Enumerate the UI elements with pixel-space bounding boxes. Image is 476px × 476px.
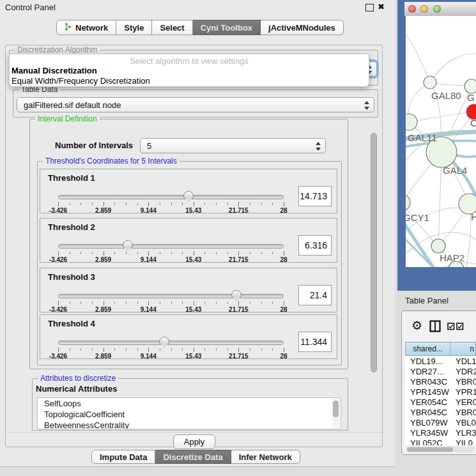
tab-select[interactable]: Select — [152, 20, 192, 35]
slider-track[interactable] — [58, 195, 284, 199]
tab-style[interactable]: Style — [116, 20, 152, 35]
table-cell[interactable]: YDL1 — [450, 356, 476, 366]
threshold-1-value-field[interactable]: 14.713 — [298, 186, 332, 206]
dropdown-item-equal-width-frequency[interactable]: Equal Width/Frequency Discretization — [12, 76, 367, 86]
slider-thumb[interactable] — [183, 191, 194, 199]
mac-close-icon[interactable] — [408, 5, 416, 13]
slider-track[interactable] — [58, 341, 284, 345]
scrollbar-thumb[interactable] — [407, 447, 453, 452]
table-cell[interactable]: YBL0 — [450, 417, 476, 427]
float-window-icon[interactable] — [365, 4, 374, 12]
table-row[interactable]: YBR043CYBR0 — [405, 376, 476, 387]
tab-jactivemnodules[interactable]: jActiveMNodules — [261, 20, 344, 35]
table-cell[interactable]: YIL052C — [405, 438, 450, 445]
network-node[interactable] — [406, 194, 410, 211]
numerical-attributes-list[interactable]: SelfLoops TopologicalCoefficient Between… — [37, 397, 341, 429]
slider-thumb[interactable] — [159, 337, 169, 344]
table-horizontal-scrollbar[interactable] — [406, 447, 475, 452]
slider-track[interactable] — [58, 294, 284, 298]
table-row[interactable]: YIL052CYIL0 — [405, 438, 476, 445]
table-cell[interactable]: YDR2 — [450, 366, 476, 376]
tick-mark — [126, 252, 127, 254]
number-of-intervals-combobox[interactable]: 5 — [140, 138, 326, 153]
table-row[interactable]: YLR345WYLR3 — [405, 427, 476, 438]
table-cell[interactable]: YER054C — [405, 397, 450, 407]
control-panel-titlebar: Control Panel ✖ — [0, 0, 395, 15]
close-icon[interactable]: ✖ — [378, 2, 385, 12]
table-cell[interactable]: YLR3 — [450, 427, 476, 438]
threshold-4-slider[interactable]: -3.4262.8599.14415.4321.71528 — [58, 339, 284, 358]
scale-label: 28 — [280, 306, 287, 313]
gear-icon[interactable]: ⚙ — [411, 319, 422, 332]
threshold-2-slider[interactable]: -3.4262.8599.14415.4321.71528 — [58, 243, 284, 262]
tick-mark — [238, 251, 239, 256]
network-edge[interactable] — [409, 112, 474, 122]
checkbox-icons[interactable] — [447, 323, 464, 330]
tick-mark — [250, 302, 250, 304]
table-row[interactable]: YDL19...YDL1 — [405, 356, 476, 366]
list-item[interactable]: SelfLoops — [38, 398, 341, 409]
tab-discretize-data[interactable]: Discretize Data — [155, 450, 231, 464]
network-edge[interactable] — [430, 54, 476, 82]
mac-zoom-icon[interactable] — [433, 5, 441, 13]
table-cell[interactable]: YBR0 — [450, 376, 476, 387]
apply-button[interactable]: Apply — [173, 434, 215, 449]
table-cell[interactable]: YDL19... — [405, 356, 450, 366]
network-edge[interactable] — [406, 35, 430, 82]
table-row[interactable]: YBR045CYBR0 — [405, 407, 476, 417]
tab-cyni-toolbox[interactable]: Cyni Toolbox — [193, 20, 261, 35]
dropdown-item-manual-discretization[interactable]: Manual Discretization — [12, 66, 367, 76]
table-row[interactable]: YER054CYER0 — [405, 397, 476, 407]
table-cell[interactable]: YIL0 — [450, 438, 476, 445]
slider-scale: -3.4262.8599.14415.4321.71528 — [58, 256, 284, 263]
network-edge[interactable] — [406, 203, 438, 246]
threshold-4-value-field[interactable]: 11.344 — [298, 332, 332, 352]
table-data-combobox[interactable]: galFiltered.sif default node — [17, 97, 374, 112]
table-row[interactable]: YPR145WYPR1 — [405, 387, 476, 397]
slider-thumb[interactable] — [231, 290, 242, 298]
threshold-2-value-field[interactable]: 6.316 — [298, 235, 332, 256]
table-row[interactable]: YBL079WYBL0 — [405, 417, 476, 427]
slider-track[interactable] — [58, 244, 284, 249]
list-item[interactable]: TopologicalCoefficient — [38, 409, 341, 420]
table-cell[interactable]: YDR27... — [405, 366, 450, 376]
list-item[interactable]: BetweennessCentrality — [38, 420, 341, 429]
tick-mark — [114, 252, 115, 254]
table-cell[interactable]: YER0 — [450, 397, 476, 407]
threshold-3-value-field[interactable]: 21.4 — [298, 285, 332, 305]
tab-infer-network[interactable]: Infer Network — [231, 450, 300, 464]
table-cell[interactable]: YPR1 — [450, 387, 476, 397]
tick-mark — [92, 302, 93, 304]
table-cell[interactable]: YBR0 — [450, 407, 476, 417]
table-cell[interactable]: YPR145W — [405, 387, 450, 397]
table-cell[interactable]: YLR345W — [405, 427, 450, 438]
network-node[interactable] — [431, 239, 445, 253]
settings-scrollbar[interactable] — [371, 133, 377, 372]
network-canvas[interactable]: GAL80GCGAL11GAL4GCY1HHAP2 — [406, 16, 476, 267]
network-node[interactable] — [424, 76, 436, 89]
scrollbar-thumb[interactable] — [333, 401, 339, 417]
table-cell[interactable]: YBL079W — [405, 417, 450, 427]
tick-mark — [160, 348, 160, 351]
tick-mark — [126, 348, 127, 351]
table-row[interactable]: YDR27...YDR2 — [405, 366, 476, 376]
node-label: HAP2 — [440, 252, 464, 263]
tab-network[interactable]: Network — [56, 20, 116, 35]
table-cell[interactable]: YBR045C — [405, 407, 450, 417]
tick-mark — [137, 348, 138, 351]
tab-impute-data[interactable]: Impute Data — [91, 450, 155, 464]
column-header-shared-name[interactable]: shared... — [405, 342, 450, 356]
list-scrollbar[interactable] — [332, 399, 340, 428]
column-header-name[interactable]: n — [450, 342, 476, 356]
mac-minimize-icon[interactable] — [420, 5, 428, 13]
node-attribute-table[interactable]: shared... n YDL19...YDL1YDR27...YDR2YBR0… — [405, 342, 476, 445]
tick-mark — [182, 348, 183, 351]
tick-mark — [81, 252, 81, 254]
table-cell[interactable]: YBR043C — [405, 376, 450, 387]
threshold-1-slider[interactable]: -3.4262.8599.14415.4321.71528 — [58, 194, 284, 213]
scale-label: -3.426 — [49, 256, 67, 263]
network-node[interactable] — [464, 79, 476, 93]
threshold-3-slider[interactable]: -3.4262.8599.14415.4321.71528 — [58, 293, 284, 312]
columns-icon[interactable] — [429, 320, 441, 335]
slider-thumb[interactable] — [123, 240, 133, 248]
